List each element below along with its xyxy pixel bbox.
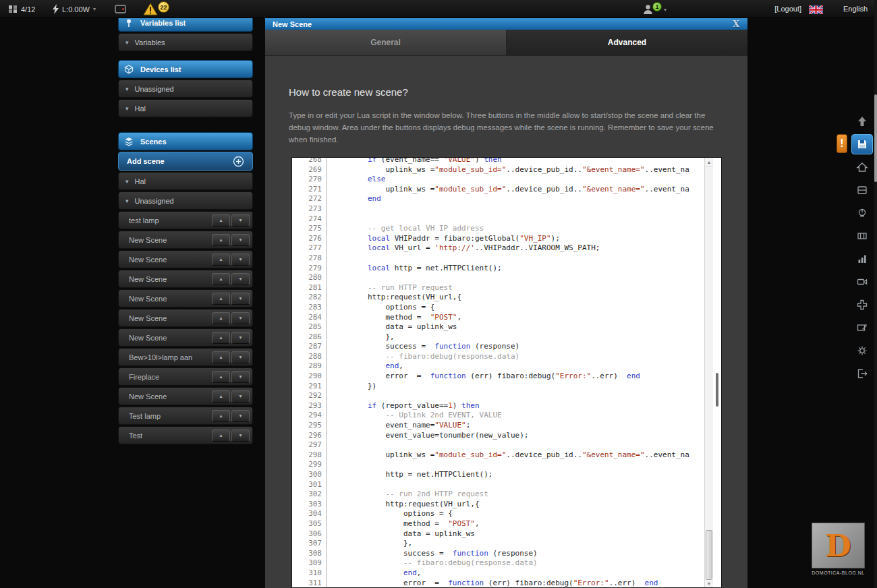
code-line: 279 local http = net.HTTPClient(); — [292, 264, 704, 274]
scene-row[interactable]: New Scene▴▾ — [118, 387, 253, 405]
scene-row[interactable]: test lamp▴▾ — [118, 211, 253, 229]
language-flag-icon[interactable] — [809, 5, 823, 14]
editor-scrollbar[interactable]: ▲ ▼ — [704, 158, 713, 587]
save-button[interactable] — [851, 134, 873, 154]
unsaved-alert-badge[interactable]: ! — [837, 134, 847, 153]
scene-move-down-button[interactable]: ▾ — [231, 371, 250, 383]
scene-move-down-button[interactable]: ▾ — [231, 273, 250, 285]
scene-group-label: Unassigned — [135, 197, 174, 205]
logout-button[interactable] — [851, 363, 873, 384]
sidebar-header-devices-list[interactable]: Devices list — [118, 60, 253, 78]
plugins-button[interactable] — [851, 295, 873, 315]
code-line: 272 end — [292, 194, 704, 204]
warnings-button[interactable]: 22 — [143, 3, 174, 18]
energy-button[interactable] — [851, 249, 873, 269]
user-menu[interactable]: 1 ▾ — [643, 2, 667, 17]
scene-move-down-button[interactable]: ▾ — [231, 332, 250, 344]
scenes-button[interactable] — [851, 226, 873, 246]
scene-move-down-button[interactable]: ▾ — [231, 410, 250, 422]
scene-row[interactable]: New Scene▴▾ — [118, 270, 253, 288]
scene-row[interactable]: Fireplace▴▾ — [118, 368, 253, 386]
scene-group-hal[interactable]: ▾ Hal — [118, 172, 253, 190]
sidebar-header-scenes[interactable]: Scenes — [118, 132, 253, 150]
page-scrollbar[interactable] — [874, 0, 877, 588]
scene-move-down-button[interactable]: ▾ — [231, 430, 250, 442]
rooms-counter: 4/12 — [8, 0, 35, 18]
scene-name: Fireplace — [129, 373, 159, 381]
logo-box: D — [812, 523, 865, 568]
scene-group-unassigned[interactable]: ▾ Unassigned — [118, 192, 253, 210]
page-scrollbar-thumb[interactable] — [874, 94, 877, 182]
scene-row[interactable]: New Scene▴▾ — [118, 328, 253, 347]
line-number: 304 — [292, 509, 327, 519]
scene-move-up-button[interactable]: ▴ — [212, 293, 230, 305]
logo-letter: D — [825, 529, 851, 563]
code-line: 281 -- run HTTP request — [292, 283, 704, 293]
code-line: 297 — [292, 440, 704, 450]
code-line: 283 options = { — [292, 303, 704, 313]
device-status-button[interactable] — [115, 0, 126, 18]
tab-general[interactable]: General — [265, 30, 507, 56]
lua-code-editor[interactable]: 268 if (event_name== "VALUE") then269 up… — [291, 157, 722, 588]
scene-move-up-button[interactable]: ▴ — [212, 254, 230, 266]
chevron-down-icon: ▾ — [125, 198, 129, 204]
sidebar-item-hal[interactable]: ▾ Hal — [118, 99, 253, 117]
scene-row[interactable]: Test lamp▴▾ — [118, 407, 253, 425]
language-label[interactable]: English — [843, 5, 868, 13]
logout-link[interactable]: [Logout] — [774, 5, 801, 13]
power-usage[interactable]: L:0.00W ▾ — [53, 0, 96, 18]
scene-row[interactable]: New Scene▴▾ — [118, 231, 253, 249]
scene-name: test lamp — [129, 216, 159, 225]
add-scene-button[interactable]: Add scene — [118, 152, 253, 171]
scene-move-down-button[interactable]: ▾ — [231, 234, 250, 246]
settings-button[interactable] — [851, 341, 873, 361]
line-number: 290 — [292, 372, 327, 382]
line-number: 296 — [292, 431, 327, 441]
scene-move-up-button[interactable]: ▴ — [212, 371, 230, 383]
power-caret-icon[interactable]: ▾ — [93, 6, 96, 12]
code-line: 300 http = net.HTTPClient(); — [292, 470, 704, 480]
code-line: 299 — [292, 460, 704, 470]
tab-advanced[interactable]: Advanced — [507, 30, 747, 56]
scene-move-up-button[interactable]: ▴ — [212, 273, 230, 285]
scene-move-up-button[interactable]: ▴ — [212, 234, 230, 246]
scene-move-up-button[interactable]: ▴ — [212, 390, 230, 403]
devices-button[interactable] — [851, 203, 873, 223]
scene-move-up-button[interactable]: ▴ — [212, 214, 230, 227]
scene-move-up-button[interactable]: ▴ — [212, 332, 230, 344]
cameras-button[interactable] — [851, 272, 873, 292]
sidebar-item-variables[interactable]: ▾ Variables — [118, 33, 253, 51]
code-line: 298 uplink_ws ="module_sub_id="..device_… — [292, 450, 704, 461]
scene-row[interactable]: Bew>10l>lamp aan▴▾ — [118, 348, 253, 366]
scene-row[interactable]: New Scene▴▾ — [118, 309, 253, 327]
line-number: 278 — [292, 254, 327, 264]
devices-icon — [124, 65, 136, 74]
scene-row[interactable]: New Scene▴▾ — [118, 289, 253, 307]
scene-move-down-button[interactable]: ▾ — [231, 390, 250, 403]
scene-move-down-button[interactable]: ▾ — [231, 214, 250, 227]
sidebar-item-unassigned[interactable]: ▾ Unassigned — [118, 80, 253, 98]
scene-move-down-button[interactable]: ▾ — [231, 293, 250, 305]
code-line: 302 -- run 2nd HTTP request — [292, 490, 704, 500]
scene-move-up-button[interactable]: ▴ — [212, 410, 230, 422]
close-icon[interactable]: X — [733, 19, 739, 29]
dialog-scrollbar-thumb[interactable] — [716, 373, 718, 407]
scroll-up-icon[interactable]: ▲ — [705, 158, 713, 167]
scene-move-up-button[interactable]: ▴ — [212, 312, 230, 324]
line-number: 307 — [292, 539, 327, 549]
scene-move-up-button[interactable]: ▴ — [212, 430, 230, 442]
scene-move-up-button[interactable]: ▴ — [212, 351, 230, 363]
scroll-top-button[interactable] — [851, 111, 873, 131]
line-number: 302 — [292, 490, 327, 500]
code-line: 273 — [292, 204, 704, 214]
rooms-button[interactable] — [851, 180, 873, 200]
scene-move-down-button[interactable]: ▾ — [231, 351, 250, 363]
configuration-button[interactable] — [851, 318, 873, 338]
scene-row[interactable]: Test▴▾ — [118, 426, 253, 444]
scene-row[interactable]: New Scene▴▾ — [118, 250, 253, 268]
editor-scrollbar-thumb[interactable] — [706, 530, 712, 580]
home-button[interactable] — [851, 157, 873, 177]
scroll-down-icon[interactable]: ▼ — [705, 579, 713, 587]
scene-move-down-button[interactable]: ▾ — [231, 254, 250, 266]
scene-move-down-button[interactable]: ▾ — [231, 312, 250, 324]
